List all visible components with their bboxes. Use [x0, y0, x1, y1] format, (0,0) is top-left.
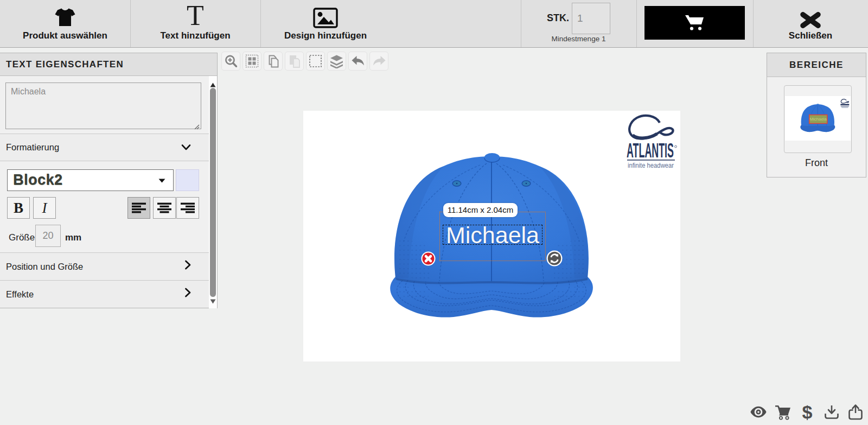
svg-text:ATLANTIS: ATLANTIS: [627, 139, 674, 162]
svg-text:infinite headwear: infinite headwear: [628, 162, 674, 169]
svg-text:Michaela: Michaela: [809, 117, 827, 122]
